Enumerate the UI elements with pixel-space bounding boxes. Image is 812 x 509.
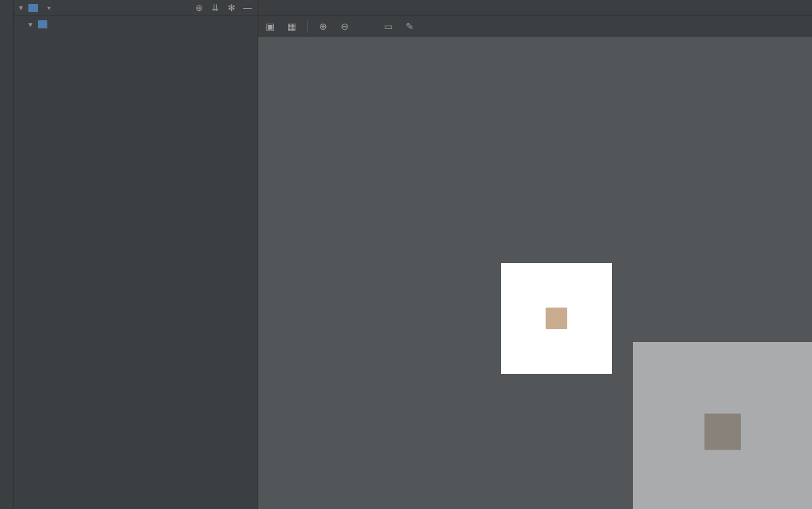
breadcrumb[interactable]: ▼ [14,16,258,32]
minimize-icon[interactable]: — [241,3,254,13]
grid-icon[interactable]: ▦ [285,21,297,32]
qr-image-watermark [633,342,812,509]
qr-image-preview [501,263,612,374]
editor-tabs [258,0,812,16]
project-tool-header: ▼ ▾ ⊕ ⇊ ✻ — [14,0,258,16]
bounds-icon[interactable]: ▭ [382,21,394,32]
project-icon [28,4,38,12]
chevron-down-icon[interactable]: ▾ [47,4,51,11]
gear-icon[interactable]: ✻ [225,3,237,13]
qr-center-photo [544,306,569,331]
locate-icon[interactable]: ⊕ [193,3,205,13]
zoom-out-icon[interactable]: ⊖ [339,21,351,32]
chevron-down-icon[interactable]: ▼ [18,4,24,11]
top-bar: ▼ ▾ ⊕ ⇊ ✻ — [14,0,812,16]
collapse-icon[interactable]: ⇊ [209,3,221,13]
image-canvas[interactable] [258,37,812,509]
fit-icon[interactable]: ▣ [264,21,276,32]
module-icon [38,20,47,28]
project-sidebar: ▼ [14,16,258,509]
zoom-in-icon[interactable]: ⊕ [317,21,329,32]
qr-center-photo [702,412,742,451]
project-tree[interactable] [14,32,258,509]
editor-area: ▣ ▦ ⊕ ⊖ ▭ ✎ [258,16,812,509]
left-tool-rail [0,0,14,509]
color-picker-icon[interactable]: ✎ [404,21,416,32]
image-toolbar: ▣ ▦ ⊕ ⊖ ▭ ✎ [258,16,812,37]
